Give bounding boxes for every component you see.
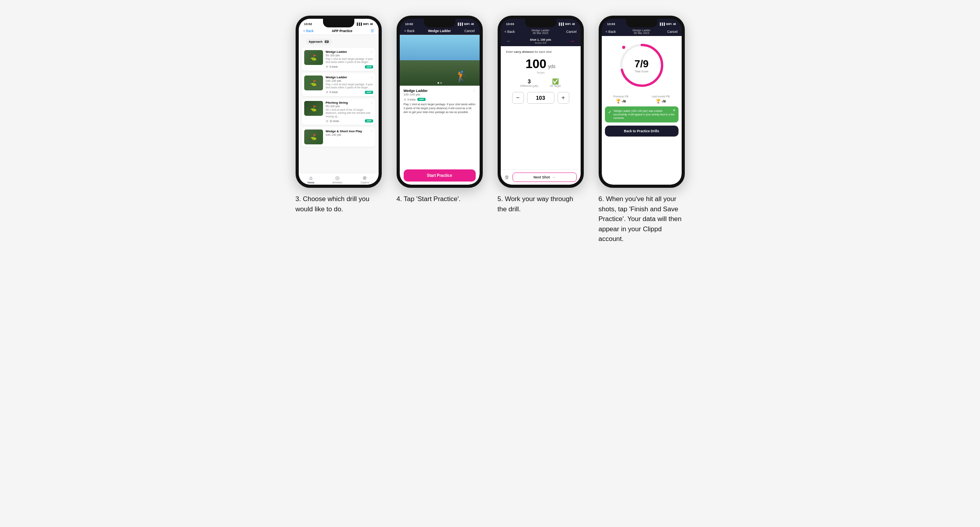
- screen-4: 13:03 ▐▐▐ WiFi 46 < Back Wedge Ladder 06…: [602, 19, 682, 185]
- activities-icon: ◎: [335, 175, 339, 181]
- start-practice-btn[interactable]: Start Practice: [404, 169, 476, 182]
- next-shot-label: Next Shot: [533, 175, 550, 179]
- back-btn-4[interactable]: < Back: [606, 30, 616, 34]
- golfer-figure: 🏌️: [455, 70, 468, 83]
- nav-subtitle-3: 06 Mar 2023: [531, 32, 549, 34]
- total-score-val: 7/9: [634, 58, 648, 70]
- status-bar-4: 13:03 ▐▐▐ WiFi 46: [602, 19, 682, 27]
- signal-icon-1: ▐▐▐: [356, 23, 362, 25]
- drill-thumb-2: ⛳: [304, 76, 323, 90]
- drill-info-4: Wedge & Short Iron Play 100–140 yds ☆: [326, 130, 373, 137]
- results-screen: 7/9 Total Score Previous PB 🏆 -/9: [602, 36, 682, 185]
- drill-desc-2: Play 1 shot at each target yardage. If y…: [326, 83, 373, 90]
- difference-val: 3: [520, 78, 538, 85]
- signal-icon-4: ▐▐▐: [659, 23, 665, 25]
- drill-thumb-3: ⛳: [304, 101, 323, 116]
- drill-yds-4: 100–140 yds: [326, 133, 362, 136]
- cancel-btn-4[interactable]: Cancel: [667, 30, 677, 34]
- nav-title-3: Wedge Ladder: [531, 29, 549, 32]
- drill-item-4[interactable]: ⛳ Wedge & Short Iron Play 100–140 yds ☆: [302, 127, 375, 147]
- drill-footer-3: ⏱ 10 shots APP: [326, 119, 373, 122]
- prev-shot-btn[interactable]: ←: [506, 38, 512, 44]
- cancel-btn-3[interactable]: Cancel: [566, 30, 576, 34]
- drill-card: Wedge Ladder 100–140 yds ☆ ⏱ 9 shots APP…: [400, 86, 480, 185]
- score-inner: 7/9 Total Score: [634, 58, 648, 73]
- drill-desc-1: Play 1 shot at each target yardage. If y…: [326, 58, 373, 64]
- drill-info-1: Wedge Ladder 50–100 yds ☆ Play 1 shot at…: [326, 50, 373, 68]
- phones-container: 13:02 ▐▐▐ WiFi 46 < Back APP Practice ☰: [294, 16, 687, 244]
- back-btn-1[interactable]: < Back: [303, 29, 314, 33]
- star-icon-s2[interactable]: ☆: [473, 89, 476, 92]
- hit-target-label: Hit Target: [550, 85, 561, 87]
- star-icon-2[interactable]: ☆: [370, 76, 373, 83]
- star-icon-4[interactable]: ☆: [370, 130, 373, 137]
- bnav-capture[interactable]: ⊕ Capture: [360, 175, 369, 184]
- drill-desc-3: Hit 1 shot at each of the 10 target dist…: [326, 108, 373, 118]
- drill-info-2: Wedge Ladder 100–140 yds ☆ Play 1 shot a…: [326, 76, 373, 94]
- phone-1: 13:02 ▐▐▐ WiFi 46 < Back APP Practice ☰: [296, 16, 382, 188]
- shots-badge-1: ⏱ 9 shots: [326, 65, 338, 68]
- check-icon: ✓: [608, 110, 612, 115]
- drill-name-2: Wedge Ladder: [326, 76, 347, 79]
- time-2: 13:02: [405, 22, 413, 26]
- bnav-home[interactable]: ⌂ Home: [307, 175, 314, 184]
- drill-list-screen: Approach 7 ⛳ Wedge La: [299, 35, 379, 173]
- total-score-label: Total Score: [634, 70, 648, 73]
- practice-image: 🏌️: [400, 35, 480, 86]
- drill-yds-1: 50–100 yds: [326, 54, 347, 57]
- drill-info-3: Pitching String 55–100 yds ☆ Hit 1 shot …: [326, 101, 373, 122]
- drill-item-1[interactable]: ⛳ Wedge Ladder 50–100 yds ☆: [302, 48, 375, 71]
- phone-4: 13:03 ▐▐▐ WiFi 46 < Back Wedge Ladder 06…: [599, 16, 685, 188]
- status-icons-1: ▐▐▐ WiFi 46: [356, 23, 373, 25]
- back-btn-3[interactable]: < Back: [505, 30, 515, 34]
- caption-3: 5. Work your way through the drill.: [498, 194, 584, 214]
- prev-pb-label: Previous PB: [613, 95, 628, 98]
- bnav-activities[interactable]: ◎ Activities: [332, 175, 343, 184]
- drill-name-3: Pitching String: [326, 101, 348, 104]
- nav-center-4: Wedge Ladder 06 Mar 2023: [632, 29, 650, 34]
- nav-title-2: Wedge Ladder: [428, 29, 451, 33]
- drill-item-3[interactable]: ⛳ Pitching String 55–100 yds ☆: [302, 99, 375, 125]
- next-shot-btn[interactable]: Next Shot →: [513, 173, 577, 182]
- screen-2: 13:02 ▐▐▐ WiFi 46 < Back Wedge Ladder Ca…: [400, 19, 480, 185]
- approach-badge: Approach 7: [306, 39, 332, 45]
- card-header: Wedge Ladder 100–140 yds ☆: [404, 89, 476, 96]
- trash-icon[interactable]: 🗑: [505, 174, 509, 180]
- phone-block-4: 13:03 ▐▐▐ WiFi 46 < Back Wedge Ladder 06…: [597, 16, 687, 244]
- close-banner-btn[interactable]: ✕: [673, 108, 676, 112]
- menu-btn-1[interactable]: ☰: [371, 29, 374, 33]
- success-message: 'Wedge Ladder (100–140 yds)' was created…: [614, 109, 675, 120]
- app-badge-1: APP: [365, 65, 373, 68]
- status-bar-3: 13:03 ▐▐▐ WiFi 46: [501, 19, 581, 27]
- shot-content: Enter carry distance for each shot 100 y…: [501, 46, 581, 169]
- hit-target-icon: ✅: [550, 78, 561, 85]
- trophy-icon-2: 🏆: [656, 99, 661, 103]
- bnav-home-label: Home: [307, 181, 314, 184]
- star-icon-1[interactable]: ☆: [370, 50, 373, 58]
- bottom-nav-1: ⌂ Home ◎ Activities ⊕ Capture: [299, 173, 379, 185]
- difference-label: Difference (yds): [520, 85, 538, 87]
- signal-icon-2: ▐▐▐: [457, 23, 463, 25]
- increment-btn[interactable]: +: [558, 92, 569, 104]
- drill-image-4: ⛳: [304, 130, 323, 144]
- decrement-btn[interactable]: −: [512, 92, 524, 104]
- success-banner: ✓ 'Wedge Ladder (100–140 yds)' was creat…: [605, 106, 679, 122]
- cancel-btn-2[interactable]: Cancel: [464, 29, 475, 33]
- target-value: 100: [525, 57, 546, 71]
- drill-thumb-1: ⛳: [304, 50, 323, 65]
- s2-badge: APP: [417, 98, 425, 101]
- s2-shots: ⏱ 9 shots: [404, 98, 416, 101]
- drill-thumb-4: ⛳: [304, 130, 323, 144]
- drill-item-2[interactable]: ⛳ Wedge Ladder 100–140 yds ☆: [302, 73, 375, 96]
- score-circle: 7/9 Total Score: [618, 42, 665, 89]
- back-to-drills-btn[interactable]: Back to Practice Drills: [605, 126, 679, 137]
- s2-drill-yds: 100–140 yds: [404, 93, 428, 96]
- caption-4: 6. When you've hit all your shots, tap '…: [599, 194, 685, 244]
- back-btn-2[interactable]: < Back: [404, 29, 415, 33]
- shot-input[interactable]: 103: [527, 92, 554, 104]
- drill-image-2: ⛳: [304, 76, 323, 90]
- next-arrow-icon: →: [552, 175, 556, 179]
- next-shot-arrow-btn[interactable]: →: [569, 38, 575, 44]
- phone-block-1: 13:02 ▐▐▐ WiFi 46 < Back APP Practice ☰: [294, 16, 384, 214]
- star-icon-3[interactable]: ☆: [370, 101, 373, 108]
